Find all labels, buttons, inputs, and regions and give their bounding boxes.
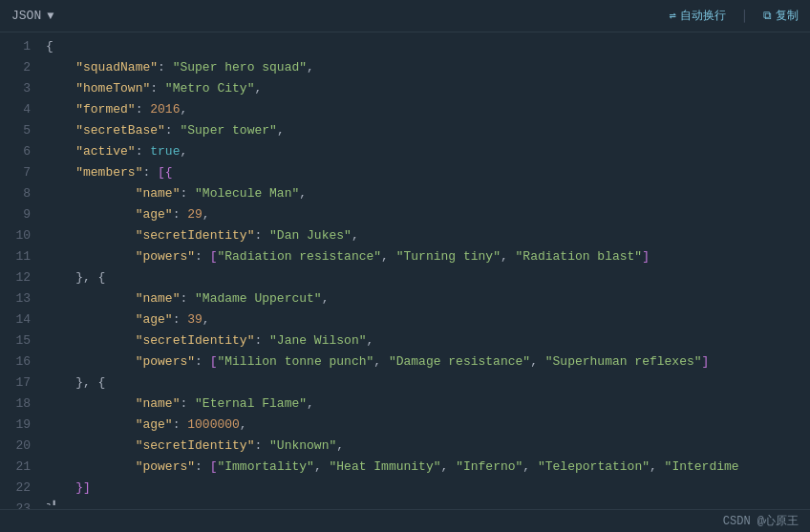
brace-token: }, { [75,267,105,288]
dropdown-icon[interactable]: ▼ [47,10,53,23]
code-content[interactable]: { "squadName": "Super hero squad", "home… [38,36,810,505]
line-number: 3 [8,78,31,99]
bracket-token: ] [702,351,710,372]
key-token: "powers" [136,457,195,478]
key-token: "members" [75,162,142,183]
table-row: "active": true, [46,141,802,162]
str-token: "Super hero squad" [173,57,307,78]
comma-token: , [352,225,359,246]
bracket-token: [{ [158,162,173,183]
indent2-token [46,436,136,457]
str-token: "Superhuman reflexes" [545,351,702,372]
indent1-token [46,478,75,499]
table-row: "age": 39, [46,309,802,330]
str-token: "Unknown" [269,436,336,457]
comma-token: , [202,204,210,225]
str-token: "Interdime [665,457,739,478]
indent1-token [46,57,75,78]
table-row: "powers": ["Radiation resistance", "Turn… [46,246,802,267]
colon-token: : [195,457,210,478]
copy-button[interactable]: ⧉ 复制 [763,8,799,24]
brace-token: { [46,36,53,57]
key-token: "age" [136,204,173,225]
str-token: "Eternal Flame" [195,394,307,415]
indent1-token [46,120,75,141]
comma-token: , [373,351,389,372]
str-token: "Metro City" [165,78,255,99]
comma-token: , [254,78,262,99]
indent2-token [46,246,136,267]
indent2-token [46,457,136,478]
str-token: "Jane Wilson" [269,330,366,351]
table-row: }, { [46,267,802,288]
str-token: "Radiation resistance" [217,246,381,267]
toolbar-divider: │ [741,10,748,23]
colon-token: : [173,309,188,330]
str-token: "Radiation blast" [516,246,643,267]
comma-token: , [314,457,330,478]
str-token: "Damage resistance" [389,351,530,372]
table-row: "name": "Molecule Man", [46,183,802,204]
table-row: }▎ [46,499,802,505]
str-token: "Million tonne punch" [217,351,373,372]
comma-token: , [307,57,314,78]
bracket-token: ] [642,246,650,267]
indent1-token [46,372,75,394]
line-number: 20 [8,436,31,457]
colon-token: : [195,351,210,372]
str-token: "Molecule Man" [195,183,299,204]
status-author: CSDN @心原王 [723,513,799,529]
toolbar: JSON ▼ ⇌ 自动换行 │ ⧉ 复制 [0,0,810,32]
line-number: 12 [8,267,31,288]
line-number: 16 [8,351,31,372]
colon-token: : [142,162,158,183]
colon-token: : [165,120,181,141]
table-row: }] [46,478,802,499]
str-token: "Immortality" [217,457,313,478]
line-number: 1 [8,36,31,57]
indent2-token [46,415,136,436]
table-row: "powers": ["Immortality", "Heat Immunity… [46,457,802,478]
status-bar: CSDN @心原王 [0,509,810,532]
comma-token: , [180,141,187,162]
line-number: 8 [8,183,31,204]
table-row: "age": 29, [46,204,802,225]
comma-token: , [322,288,330,309]
comma-token: , [530,351,545,372]
table-row: "squadName": "Super hero squad", [46,57,802,78]
line-number: 23 [8,499,31,509]
indent2-token [46,351,136,372]
indent2-token [46,330,136,351]
indent2-token [46,183,136,204]
key-token: "age" [136,415,173,436]
indent2-token [46,309,136,330]
str-token: "Super tower" [180,120,276,141]
str-token: "Madame Uppercut" [195,288,322,309]
colon-token: : [180,394,195,415]
auto-wrap-icon: ⇌ [670,9,676,23]
comma-token: , [650,457,665,478]
colon-token: : [254,225,269,246]
toolbar-right: ⇌ 自动换行 │ ⧉ 复制 [670,8,799,24]
comma-token: , [366,330,373,351]
brace-token: }, { [75,372,105,394]
line-number: 11 [8,246,31,267]
auto-wrap-button[interactable]: ⇌ 自动换行 [670,8,726,24]
line-number: 5 [8,120,31,141]
line-number: 9 [8,204,31,225]
comma-token: , [307,394,314,415]
colon-token: : [173,415,188,436]
bracket-token: }] [75,478,91,499]
table-row: "members": [{ [46,162,802,183]
str-token: "Inferno" [456,457,522,478]
num-token: 2016 [150,99,180,120]
code-area: 1234567891011121314151617181920212223 { … [0,32,810,509]
colon-token: : [180,183,195,204]
indent1-token [46,99,75,120]
line-number: 4 [8,99,31,120]
colon-token: : [180,288,195,309]
key-token: "secretIdentity" [136,225,255,246]
key-token: "powers" [136,246,195,267]
key-token: "secretIdentity" [136,436,255,457]
key-token: "name" [136,394,181,415]
